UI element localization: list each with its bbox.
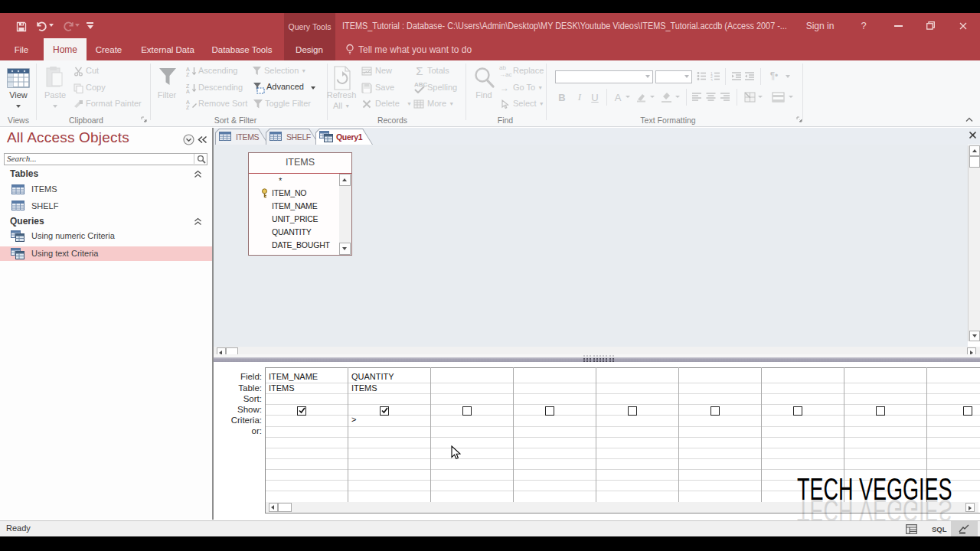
svg-text:A: A (186, 67, 190, 72)
svg-text:Z: Z (186, 72, 190, 77)
svg-text:Z: Z (186, 105, 190, 109)
svg-text:Z: Z (186, 83, 190, 89)
svg-text:A: A (186, 89, 190, 93)
svg-text:A: A (186, 99, 190, 105)
svg-text:3: 3 (710, 78, 713, 82)
